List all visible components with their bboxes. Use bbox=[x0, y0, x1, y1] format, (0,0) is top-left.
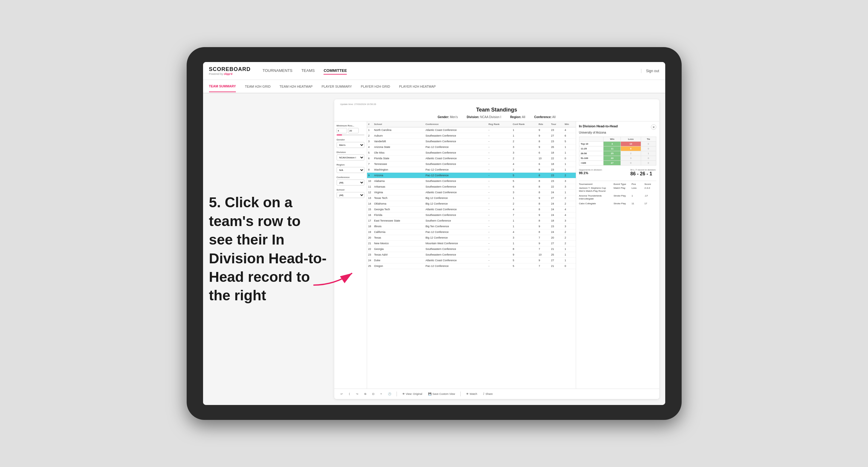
table-row[interactable]: 10 Alabama Southeastern Conference - 5 8… bbox=[367, 178, 576, 184]
copy-button[interactable]: ⧉ bbox=[363, 392, 368, 397]
conference-select[interactable]: (All) bbox=[337, 180, 364, 186]
sub-nav-team-h2h-grid[interactable]: TEAM H2H GRID bbox=[245, 81, 271, 92]
tournament-row: Jackson T. Stephens Cup Men's Match-Play… bbox=[579, 187, 656, 193]
table-row[interactable]: 1 North Carolina Atlantic Coast Conferen… bbox=[367, 127, 576, 133]
table-row[interactable]: 12 Virginia Atlantic Coast Conference - … bbox=[367, 190, 576, 195]
tournament-section: Tournament Event Type Pos Score Jackson … bbox=[579, 181, 656, 205]
sub-nav-team-summary[interactable]: TEAM SUMMARY bbox=[209, 81, 236, 92]
share-button[interactable]: ⤴ Share bbox=[481, 392, 494, 396]
school-cell: Auburn bbox=[373, 133, 424, 139]
min-rounds-min-input[interactable] bbox=[337, 128, 347, 133]
rank-cell: 4 bbox=[367, 144, 373, 150]
table-row[interactable]: 11 Arkansas Southeastern Conference - 6 … bbox=[367, 184, 576, 190]
tour-col4: Score bbox=[644, 183, 656, 186]
col-tour: Tour bbox=[550, 121, 563, 127]
conference-cell: Southeastern Conference bbox=[424, 178, 487, 184]
table-row[interactable]: 24 Duke Atlantic Coast Conference - 5 9 … bbox=[367, 258, 576, 263]
view-original-button[interactable]: 👁 View: Original bbox=[400, 392, 424, 396]
school-cell: Florida bbox=[373, 212, 424, 218]
division-select[interactable]: NCAA Division I bbox=[337, 154, 364, 160]
conference-cell: Southeastern Conference bbox=[424, 252, 487, 258]
watch-button[interactable]: 👁 Watch bbox=[464, 392, 479, 396]
h2h-range-label: >100 bbox=[579, 161, 603, 165]
conf-rank-cell: 2 bbox=[512, 156, 538, 161]
tour-cell: 26 bbox=[550, 144, 563, 150]
table-row[interactable]: 6 Florida State Atlantic Coast Conferenc… bbox=[367, 156, 576, 161]
rds-cell: 8 bbox=[537, 207, 550, 212]
table-row[interactable]: 15 Georgia Tech Atlantic Coast Conferenc… bbox=[367, 207, 576, 212]
win-cell: 1 bbox=[563, 258, 576, 263]
add-button[interactable]: + bbox=[379, 392, 384, 396]
min-rounds-max-input[interactable] bbox=[348, 128, 359, 133]
school-cell: Tennessee bbox=[373, 161, 424, 167]
table-row[interactable]: 16 Florida Southeastern Conference - 7 9… bbox=[367, 212, 576, 218]
nav-committee[interactable]: COMMITTEE bbox=[323, 67, 347, 74]
table-row[interactable]: 21 New Mexico Mountain West Conference -… bbox=[367, 241, 576, 246]
table-row[interactable]: 23 Texas A&M Southeastern Conference - 9… bbox=[367, 252, 576, 258]
tour-cell: 23 bbox=[550, 173, 563, 178]
table-row[interactable]: 25 Oregon Pac-12 Conference - 5 7 21 0 bbox=[367, 263, 576, 269]
paste-button[interactable]: ⊡ bbox=[370, 392, 376, 396]
col-rank: # bbox=[367, 121, 373, 127]
conference-cell: Southeastern Conference bbox=[424, 246, 487, 252]
panel-header: Update time: 27/03/2024 16:56:26 Team St… bbox=[334, 99, 659, 121]
nav-teams[interactable]: TEAMS bbox=[302, 67, 315, 74]
region-select[interactable]: N/A bbox=[337, 167, 364, 173]
conf-rank-cell: 5 bbox=[512, 178, 538, 184]
rds-cell: 9 bbox=[537, 258, 550, 263]
table-row[interactable]: 19 California Pac-12 Conference - 4 8 24… bbox=[367, 229, 576, 235]
conf-rank-cell: 2 bbox=[512, 167, 538, 173]
table-row[interactable]: 2 Auburn Southeastern Conference - 1 9 2… bbox=[367, 133, 576, 139]
win-cell: 3 bbox=[563, 224, 576, 229]
h2h-close-button[interactable]: ✕ bbox=[651, 124, 656, 130]
table-row[interactable]: 22 Georgia Southeastern Conference - 8 7… bbox=[367, 246, 576, 252]
nav-links: TOURNAMENTS TEAMS COMMITTEE bbox=[263, 67, 641, 74]
rds-cell: 8 bbox=[537, 178, 550, 184]
instruction-text: 5. Click on a team's row to see their In… bbox=[209, 193, 328, 305]
school-cell: North Carolina bbox=[373, 127, 424, 133]
undo-button[interactable]: ↩ bbox=[339, 392, 345, 396]
panel-title: Team Standings bbox=[340, 107, 653, 113]
table-row[interactable]: 9 Arizona Pac-12 Conference - 5 8 23 2 bbox=[367, 173, 576, 178]
table-row[interactable]: 7 Tennessee Southeastern Conference - 4 … bbox=[367, 161, 576, 167]
school-cell: Oklahoma bbox=[373, 201, 424, 207]
table-row[interactable]: 4 Arizona State Pac-12 Conference - 3 9 … bbox=[367, 144, 576, 150]
school-cell: Texas A&M bbox=[373, 252, 424, 258]
h2h-row: Top 10 3 13 0 bbox=[579, 142, 656, 147]
table-row[interactable]: 3 Vanderbilt Southeastern Conference - 2… bbox=[367, 139, 576, 144]
table-row[interactable]: 17 East Tennessee State Southern Confere… bbox=[367, 218, 576, 224]
tour-cell: 23 bbox=[550, 178, 563, 184]
school-select[interactable]: (All) bbox=[337, 192, 364, 198]
sub-nav-player-h2h-grid[interactable]: PLAYER H2H GRID bbox=[361, 81, 390, 92]
sub-nav-player-summary[interactable]: PLAYER SUMMARY bbox=[321, 81, 352, 92]
clock-button[interactable]: 🕐 bbox=[386, 392, 393, 396]
nav-tournaments[interactable]: TOURNAMENTS bbox=[263, 67, 292, 74]
conf-rank-cell: 9 bbox=[512, 252, 538, 258]
tournament-event-type: Stroke Play bbox=[614, 194, 630, 201]
gender-select[interactable]: Men's bbox=[337, 142, 364, 148]
school-cell: Illinois bbox=[373, 224, 424, 229]
tour-cell: 27 bbox=[550, 241, 563, 246]
table-row[interactable]: 20 Texas Big 12 Conference - 3 7 20 2 bbox=[367, 235, 576, 241]
opponents-section: Opponents in division: 99.1% bbox=[579, 168, 602, 179]
sub-nav-team-h2h-heatmap[interactable]: TEAM H2H HEATMAP bbox=[279, 81, 312, 92]
redo-button[interactable]: ↪ bbox=[354, 392, 360, 396]
table-row[interactable]: 18 Illinois Big Ten Conference - 1 9 23 … bbox=[367, 224, 576, 229]
sign-out-button[interactable]: Sign out bbox=[641, 69, 659, 73]
tournament-event-type: Match Play bbox=[614, 187, 630, 193]
rank-cell: 13 bbox=[367, 195, 373, 201]
reg-rank-cell: - bbox=[487, 161, 512, 167]
table-row[interactable]: 13 Texas Tech Big 12 Conference - 1 9 27… bbox=[367, 195, 576, 201]
step-back-button[interactable]: ⟨ bbox=[347, 392, 352, 396]
tournament-name: Jackson T. Stephens Cup Men's Match-Play… bbox=[579, 187, 613, 193]
conf-rank-cell: 4 bbox=[512, 207, 538, 212]
table-row[interactable]: 14 Oklahoma Big 12 Conference - 2 8 24 2 bbox=[367, 201, 576, 207]
table-row[interactable]: 5 Ole Miss Southeastern Conference - 3 6… bbox=[367, 150, 576, 156]
table-row[interactable]: 8 Washington Pac-12 Conference - 2 8 23 … bbox=[367, 167, 576, 173]
reg-rank-cell: - bbox=[487, 127, 512, 133]
save-custom-button[interactable]: 💾 Save Custom View bbox=[426, 392, 457, 396]
rank-cell: 15 bbox=[367, 207, 373, 212]
tournament-score: 2-3-0 bbox=[644, 187, 656, 193]
sub-nav-player-h2h-heatmap[interactable]: PLAYER H2H HEATMAP bbox=[399, 81, 436, 92]
rds-cell: 9 bbox=[537, 195, 550, 201]
